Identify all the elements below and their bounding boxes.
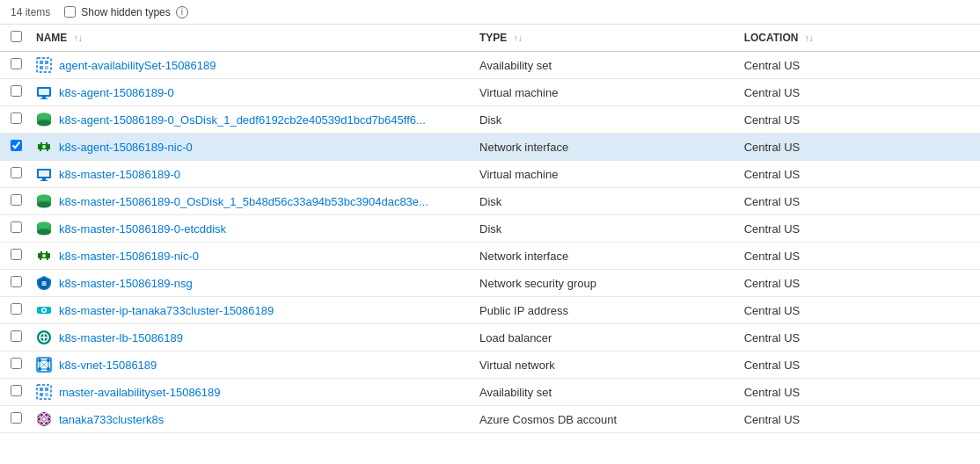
- row-name-cell: k8s-vnet-15086189: [26, 352, 469, 379]
- row-checkbox[interactable]: [11, 330, 22, 342]
- row-location-cell: Central US: [734, 406, 980, 433]
- table-row: k8s-vnet-15086189Virtual networkCentral …: [0, 352, 980, 379]
- row-type-cell: Public IP address: [469, 297, 734, 324]
- row-checkbox[interactable]: [11, 221, 22, 233]
- show-hidden-text: Show hidden types: [81, 6, 170, 18]
- row-checkbox-cell: [0, 188, 26, 215]
- table-row: k8s-master-lb-15086189Load balancerCentr…: [0, 324, 980, 352]
- svg-rect-34: [40, 258, 41, 260]
- row-type-cell: Azure Cosmos DB account: [469, 406, 734, 433]
- vm-icon: [36, 84, 52, 100]
- svg-point-12: [37, 113, 51, 120]
- row-checkbox[interactable]: [11, 194, 22, 206]
- show-hidden-checkbox[interactable]: [64, 6, 76, 18]
- vnet-icon: [36, 357, 52, 373]
- svg-rect-56: [37, 385, 51, 399]
- svg-rect-0: [37, 58, 51, 72]
- row-type-cell: Virtual machine: [469, 79, 734, 106]
- row-type-cell: Disk: [469, 106, 734, 134]
- resource-table-container: NAME ↑↓ TYPE ↑↓ LOCATION ↑↓ agent-availa…: [0, 25, 980, 433]
- row-name-cell: k8s-master-lb-15086189: [26, 324, 469, 352]
- svg-point-40: [43, 309, 46, 312]
- resource-name-link[interactable]: k8s-master-lb-15086189: [59, 331, 183, 344]
- resource-name-link[interactable]: k8s-vnet-15086189: [59, 359, 157, 372]
- row-name-cell: tanaka733clusterk8s: [26, 406, 469, 433]
- row-checkbox-cell: [0, 379, 26, 406]
- disk-icon: [36, 193, 52, 209]
- row-name-cell: k8s-master-15086189-0: [26, 161, 469, 188]
- svg-rect-15: [46, 142, 48, 144]
- vm-icon: [36, 166, 52, 182]
- svg-text:⊞: ⊞: [41, 280, 47, 286]
- nsg-icon: ⊞: [36, 275, 52, 291]
- resource-name-link[interactable]: k8s-agent-15086189-nic-0: [59, 141, 193, 154]
- row-checkbox[interactable]: [11, 249, 22, 260]
- row-checkbox[interactable]: [11, 412, 22, 424]
- row-checkbox[interactable]: [11, 385, 22, 396]
- row-type-cell: Disk: [469, 215, 734, 243]
- row-checkbox[interactable]: [11, 358, 22, 369]
- resource-name-link[interactable]: master-availabilityset-15086189: [59, 386, 221, 399]
- row-location-cell: Central US: [734, 324, 980, 352]
- row-checkbox[interactable]: [11, 167, 22, 178]
- table-row: k8s-master-ip-tanaka733cluster-15086189P…: [0, 297, 980, 324]
- row-location-cell: Central US: [734, 79, 980, 106]
- resource-name-link[interactable]: k8s-master-15086189-nsg: [59, 277, 193, 290]
- row-checkbox[interactable]: [11, 303, 22, 315]
- svg-point-26: [37, 195, 51, 201]
- row-checkbox[interactable]: [11, 140, 22, 151]
- table-row: k8s-master-15086189-0Virtual machineCent…: [0, 161, 980, 188]
- show-hidden-label[interactable]: Show hidden types i: [64, 6, 187, 18]
- table-row: ⊞k8s-master-15086189-nsgNetwork security…: [0, 270, 980, 297]
- row-checkbox-cell: [0, 161, 26, 188]
- resource-name-link[interactable]: k8s-master-15086189-nic-0: [59, 250, 199, 263]
- row-checkbox-cell: [0, 352, 26, 379]
- svg-rect-59: [40, 393, 43, 396]
- header-location[interactable]: LOCATION ↑↓: [734, 25, 980, 52]
- resource-name-link[interactable]: k8s-master-15086189-0_OsDisk_1_5b48d56c3…: [59, 195, 428, 208]
- row-checkbox-cell: [0, 297, 26, 324]
- row-checkbox[interactable]: [11, 85, 22, 97]
- row-checkbox-cell: [0, 215, 26, 243]
- header-location-label: LOCATION: [744, 32, 799, 44]
- resource-name-link[interactable]: agent-availabilitySet-15086189: [59, 59, 216, 72]
- svg-point-30: [37, 222, 51, 228]
- row-type-cell: Network interface: [469, 134, 734, 161]
- row-name-cell: k8s-master-15086189-nic-0: [26, 243, 469, 270]
- svg-rect-58: [45, 388, 48, 391]
- table-header-row: NAME ↑↓ TYPE ↑↓ LOCATION ↑↓: [0, 25, 980, 52]
- nic-icon: [36, 139, 52, 155]
- disk-icon: [36, 221, 52, 236]
- table-row: k8s-master-15086189-nic-0Network interfa…: [0, 243, 980, 270]
- svg-rect-3: [40, 66, 43, 69]
- row-checkbox[interactable]: [11, 276, 22, 287]
- row-checkbox[interactable]: [11, 112, 22, 124]
- header-name[interactable]: NAME ↑↓: [26, 25, 469, 52]
- row-checkbox[interactable]: [11, 58, 22, 69]
- row-location-cell: Central US: [734, 106, 980, 134]
- table-row: k8s-master-15086189-0-etcddiskDiskCentra…: [0, 215, 980, 243]
- row-location-cell: Central US: [734, 243, 980, 270]
- resource-name-link[interactable]: k8s-agent-15086189-0: [59, 86, 174, 99]
- resource-name-link[interactable]: k8s-agent-15086189-0_OsDisk_1_dedf6192cb…: [59, 113, 426, 127]
- header-name-label: NAME: [36, 32, 67, 44]
- svg-point-29: [37, 229, 51, 236]
- resource-name-link[interactable]: k8s-master-ip-tanaka733cluster-15086189: [59, 304, 274, 317]
- row-location-cell: Central US: [734, 215, 980, 243]
- svg-rect-20: [39, 170, 49, 177]
- svg-rect-1: [40, 61, 43, 64]
- row-checkbox-cell: [0, 79, 26, 106]
- cosmos-icon: [36, 411, 52, 427]
- availability-set-icon: [36, 57, 52, 73]
- resource-name-link[interactable]: k8s-master-15086189-0: [59, 168, 180, 181]
- info-icon[interactable]: i: [176, 6, 188, 18]
- row-location-cell: Central US: [734, 270, 980, 297]
- header-type[interactable]: TYPE ↑↓: [469, 25, 734, 52]
- resource-name-link[interactable]: tanaka733clusterk8s: [59, 413, 164, 426]
- select-all-checkbox[interactable]: [11, 31, 22, 42]
- svg-point-65: [42, 417, 46, 421]
- row-checkbox-cell: [0, 324, 26, 352]
- header-checkbox-col: [0, 25, 26, 52]
- row-type-cell: Availability set: [469, 52, 734, 79]
- resource-name-link[interactable]: k8s-master-15086189-0-etcddisk: [59, 222, 226, 236]
